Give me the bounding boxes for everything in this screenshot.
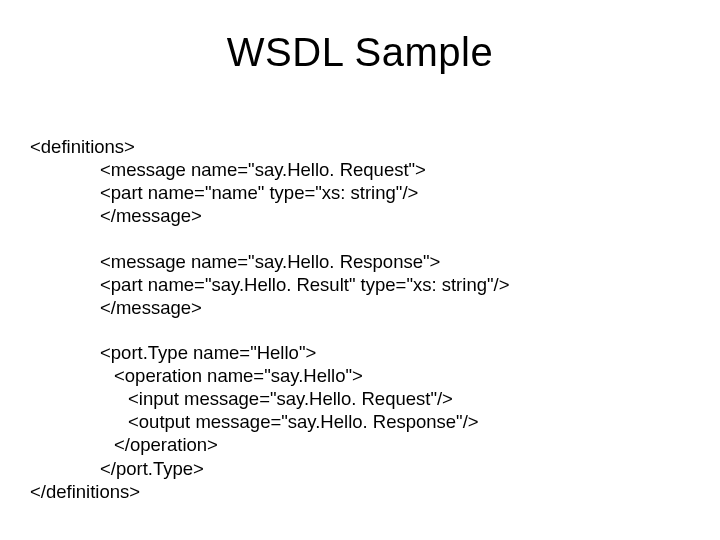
- code-line: </message>: [100, 296, 690, 319]
- code-line: <port.Type name="Hello">: [100, 341, 690, 364]
- slide-title: WSDL Sample: [30, 30, 690, 75]
- slide: WSDL Sample <definitions> <message name=…: [0, 0, 720, 540]
- code-line: </definitions>: [30, 480, 690, 503]
- code-line: </message>: [100, 204, 690, 227]
- code-line: <message name="say.Hello. Request">: [100, 158, 690, 181]
- blank-line: [30, 319, 690, 341]
- code-line: <output message="say.Hello. Response"/>: [128, 410, 690, 433]
- code-line: </operation>: [114, 433, 690, 456]
- code-line: <input message="say.Hello. Request"/>: [128, 387, 690, 410]
- code-line: <message name="say.Hello. Response">: [100, 250, 690, 273]
- wsdl-code-block: <definitions> <message name="say.Hello. …: [30, 135, 690, 503]
- blank-line: [30, 228, 690, 250]
- code-line: <part name="name" type="xs: string"/>: [100, 181, 690, 204]
- code-line: <operation name="say.Hello">: [114, 364, 690, 387]
- code-line: </port.Type>: [100, 457, 690, 480]
- code-line: <part name="say.Hello. Result" type="xs:…: [100, 273, 690, 296]
- code-line: <definitions>: [30, 135, 690, 158]
